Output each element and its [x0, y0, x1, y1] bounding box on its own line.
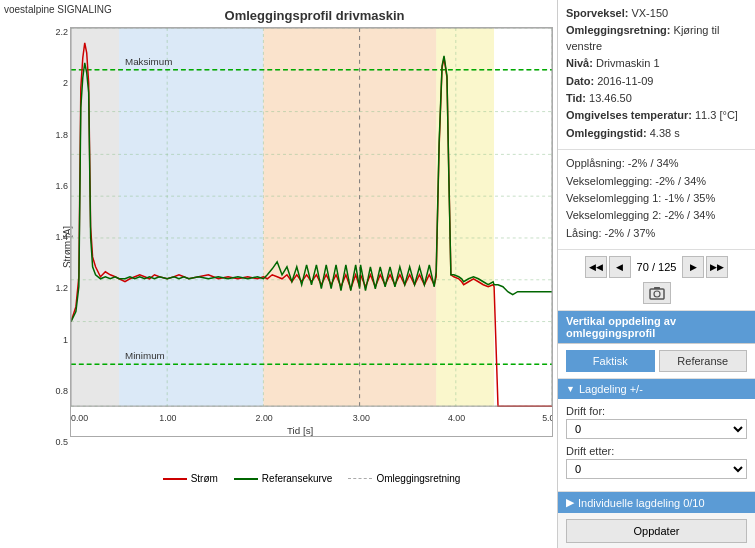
omgivelser-label: Omgivelses temperatur:	[566, 109, 692, 121]
svg-text:Tid [s]: Tid [s]	[287, 425, 314, 436]
svg-text:2.00: 2.00	[256, 413, 273, 423]
svg-rect-2	[263, 28, 436, 406]
sporveksel-value: VX-150	[631, 7, 668, 19]
tid-value: 13.46.50	[589, 92, 632, 104]
nav-last-button[interactable]: ▶▶	[706, 256, 728, 278]
sporveksel-label: Sporveksel:	[566, 7, 628, 19]
oppdater-button[interactable]: Oppdater	[566, 519, 747, 543]
svg-text:Maksimum: Maksimum	[125, 56, 172, 67]
vekselomlegging2-label: Vekselomlegging 2:	[566, 209, 661, 221]
metrics-section: Opplåsning: -2% / 34% Vekselomlegging: -…	[558, 150, 755, 250]
niva-value: Drivmaskin 1	[596, 57, 660, 69]
chart-title: Omleggingsprofil drivmaskin	[76, 8, 553, 23]
legend-strom-line	[163, 478, 187, 480]
svg-rect-34	[654, 287, 660, 289]
tid-label: Tid:	[566, 92, 586, 104]
y-tick: 0.5	[42, 437, 68, 447]
dato-label: Dato:	[566, 75, 594, 87]
omleggingstid-label: Omleggingstid:	[566, 127, 647, 139]
y-tick: 2.2	[42, 27, 68, 37]
svg-text:Minimum: Minimum	[125, 350, 165, 361]
nav-prev-button[interactable]: ◀	[609, 256, 631, 278]
individuelle-arrow-icon: ▶	[566, 496, 574, 509]
tab-section: Faktisk Referanse	[558, 344, 755, 379]
svg-text:1.00: 1.00	[159, 413, 176, 423]
controls-section: ◀◀ ◀ 70 / 125 ▶ ▶▶	[558, 250, 755, 311]
lagdeling-accordion-header[interactable]: ▼ Lagdeling +/-	[558, 379, 755, 399]
niva-row: Nivå: Drivmaskin 1	[566, 56, 747, 71]
tid-row: Tid: 13.46.50	[566, 91, 747, 106]
vertikal-section-header: Vertikal oppdeling av omleggingsprofil	[558, 311, 755, 344]
lagdeling-header-label: Lagdeling +/-	[579, 383, 643, 395]
legend-referanse-label: Referansekurve	[262, 473, 333, 484]
vekselomlegging-row: Vekselomlegging: -2% / 34%	[566, 174, 747, 189]
legend-omlegging: Omleggingsretning	[348, 473, 460, 484]
omgivelser-value: 11.3 [°C]	[695, 109, 738, 121]
y-tick: 1.6	[42, 181, 68, 191]
y-tick: 0.8	[42, 386, 68, 396]
y-tick: 1	[42, 335, 68, 345]
svg-text:0.00: 0.00	[71, 413, 88, 423]
opplasning-value: -2% / 34%	[628, 157, 679, 169]
svg-text:4.00: 4.00	[448, 413, 465, 423]
vekselomlegging-value: -2% / 34%	[655, 175, 706, 187]
info-section: Sporveksel: VX-150 Omleggingsretning: Kj…	[558, 0, 755, 150]
svg-text:5.00: 5.00	[542, 413, 553, 423]
nav-counter: 70 / 125	[633, 261, 681, 273]
company-title: voestalpine SIGNALING	[4, 4, 112, 15]
camera-icon	[649, 286, 665, 300]
legend-omlegging-label: Omleggingsretning	[376, 473, 460, 484]
vekselomlegging-label: Vekselomlegging:	[566, 175, 652, 187]
opplasning-label: Opplåsning:	[566, 157, 625, 169]
omleggingstid-value: 4.38 s	[650, 127, 680, 139]
svg-rect-0	[71, 28, 119, 406]
legend-strom-label: Strøm	[191, 473, 218, 484]
referanse-tab[interactable]: Referanse	[659, 350, 748, 372]
niva-label: Nivå:	[566, 57, 593, 69]
omgivelser-row: Omgivelses temperatur: 11.3 [°C]	[566, 108, 747, 123]
drift-etter-label: Drift etter:	[566, 445, 747, 457]
nav-first-button[interactable]: ◀◀	[585, 256, 607, 278]
y-tick: 1.8	[42, 130, 68, 140]
lasing-row: Låsing: -2% / 37%	[566, 226, 747, 241]
nav-next-button[interactable]: ▶	[682, 256, 704, 278]
omleggingstid-row: Omleggingstid: 4.38 s	[566, 126, 747, 141]
lasing-label: Låsing:	[566, 227, 601, 239]
lagdeling-content: Drift for: 0 Drift etter: 0	[558, 399, 755, 492]
opplasning-row: Opplåsning: -2% / 34%	[566, 156, 747, 171]
vekselomlegging2-row: Vekselomlegging 2: -2% / 34%	[566, 208, 747, 223]
y-tick: 1.4	[42, 232, 68, 242]
svg-rect-3	[436, 28, 494, 406]
legend-referanse: Referansekurve	[234, 473, 333, 484]
right-panel: Sporveksel: VX-150 Omleggingsretning: Kj…	[557, 0, 755, 548]
dato-row: Dato: 2016-11-09	[566, 74, 747, 89]
lagdeling-arrow-icon: ▼	[566, 384, 575, 394]
drift-for-select[interactable]: 0	[566, 419, 747, 439]
faktisk-tab[interactable]: Faktisk	[566, 350, 655, 372]
screenshot-button[interactable]	[643, 282, 671, 304]
legend-strom: Strøm	[163, 473, 218, 484]
vekselomlegging1-row: Vekselomlegging 1: -1% / 35%	[566, 191, 747, 206]
vekselomlegging2-value: -2% / 34%	[664, 209, 715, 221]
drift-for-label: Drift for:	[566, 405, 747, 417]
drift-etter-select[interactable]: 0	[566, 459, 747, 479]
svg-text:3.00: 3.00	[353, 413, 370, 423]
y-tick: 1.2	[42, 283, 68, 293]
y-tick: 2	[42, 78, 68, 88]
omleggingsretning-row: Omleggingsretning: Kjøring til venstre	[566, 23, 747, 54]
legend-omlegging-line	[348, 478, 372, 479]
omleggingsretning-label: Omleggingsretning:	[566, 24, 671, 36]
individuelle-header-label: Individuelle lagdeling 0/10	[578, 497, 705, 509]
vekselomlegging1-label: Vekselomlegging 1:	[566, 192, 661, 204]
nav-buttons: ◀◀ ◀ 70 / 125 ▶ ▶▶	[585, 256, 729, 278]
individuelle-accordion-header[interactable]: ▶ Individuelle lagdeling 0/10	[558, 492, 755, 513]
vekselomlegging1-value: -1% / 35%	[664, 192, 715, 204]
lasing-value: -2% / 37%	[605, 227, 656, 239]
chart-svg: Maksimum Minimum 0.00 1.00 2.00 3.00	[70, 27, 553, 437]
svg-point-33	[654, 291, 660, 297]
legend-referanse-line	[234, 478, 258, 480]
svg-rect-4	[494, 28, 552, 406]
chart-legend: Strøm Referansekurve Omleggingsretning	[70, 473, 553, 484]
dato-value: 2016-11-09	[597, 75, 653, 87]
sporveksel-row: Sporveksel: VX-150	[566, 6, 747, 21]
